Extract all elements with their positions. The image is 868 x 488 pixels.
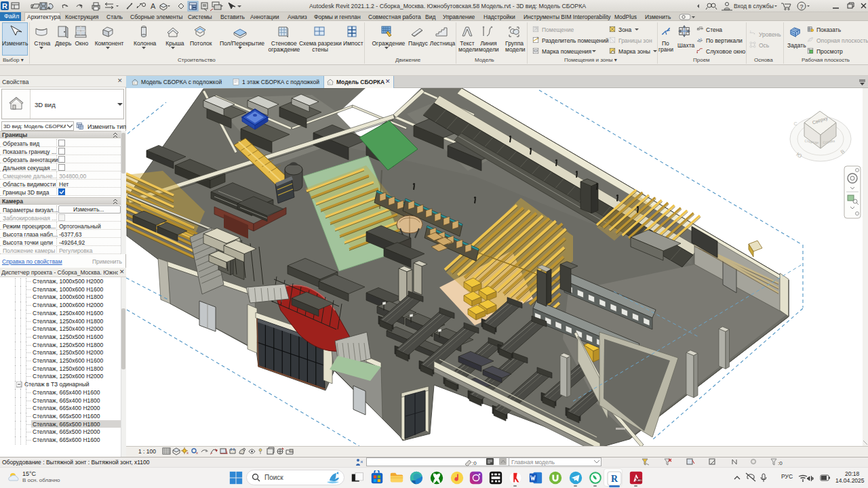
svg-text:R: R: [2, 2, 7, 10]
svg-text:Вход в службы: Вход в службы: [734, 3, 774, 9]
svg-text:С: С: [793, 121, 797, 126]
svg-text:CAD: CAD: [636, 479, 642, 482]
svg-text::0: :0: [778, 460, 783, 466]
svg-text:1: 1: [750, 30, 751, 33]
svg-text:x: x: [186, 451, 189, 455]
svg-text:x: x: [196, 451, 198, 455]
svg-text:?: ?: [800, 3, 803, 10]
svg-text::0: :0: [472, 460, 477, 466]
svg-text:R: R: [611, 474, 618, 484]
svg-text:A: A: [151, 2, 156, 10]
